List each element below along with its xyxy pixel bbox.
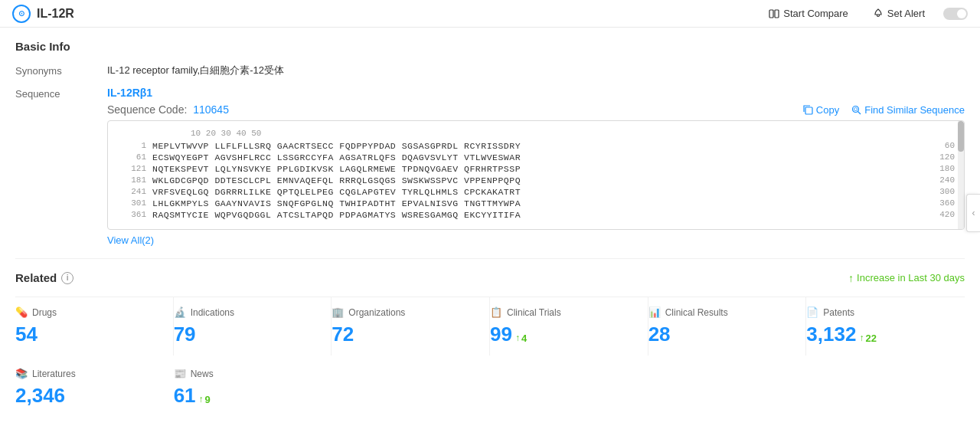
stat-item-2[interactable]: 📰 News 61 ↑ 9 — [174, 362, 332, 414]
stat-value: 99 ↑ 4 — [490, 323, 635, 346]
stat-label: 🏢 Organizations — [332, 306, 477, 318]
stat-value: 3,132 ↑ 22 — [806, 323, 952, 346]
sequence-code: Sequence Code: 110645 — [107, 103, 229, 116]
stat-item[interactable]: 📊 Clinical Results 28 — [648, 297, 807, 356]
app-header: ⊙ IL-12R Start Compare Set Alert — [0, 0, 980, 28]
svg-point-3 — [853, 106, 859, 112]
scrollbar[interactable] — [958, 121, 964, 229]
synonyms-value: IL-12 receptor family,白細胞介素-12受体 — [107, 64, 284, 77]
sequence-code-label: Sequence Code: — [107, 103, 187, 116]
scrollbar-thumb[interactable] — [958, 121, 964, 152]
stat-label: 🔬 Indications — [174, 306, 319, 318]
stat-icon: 🔬 — [174, 306, 186, 318]
find-similar-button[interactable]: Find Similar Sequence — [851, 104, 965, 116]
synonyms-row: Synonyms IL-12 receptor family,白細胞介素-12受… — [15, 64, 965, 77]
stat-icon: 📰 — [174, 368, 186, 379]
sequence-content: IL-12Rβ1 Sequence Code: 110645 Copy — [107, 87, 965, 246]
svg-point-4 — [854, 107, 858, 110]
related-title-text: Related — [15, 271, 57, 284]
stat-item[interactable]: 💊 Drugs 54 — [15, 297, 174, 356]
alert-icon — [873, 8, 884, 19]
set-alert-button[interactable]: Set Alert — [867, 5, 931, 22]
stat-label: 📚 Literatures — [15, 368, 162, 379]
stat-icon: 📚 — [15, 368, 28, 379]
sequence-name: IL-12Rβ1 — [107, 87, 965, 99]
stat-delta: ↑ 9 — [199, 394, 211, 405]
stat-icon: 📋 — [490, 306, 502, 318]
stat-label: 📊 Clinical Results — [648, 306, 794, 318]
header-actions: Start Compare Set Alert — [763, 5, 968, 22]
main-content: Basic Info Synonyms IL-12 receptor famil… — [0, 28, 980, 426]
view-all-link[interactable]: View All(2) — [107, 234, 154, 246]
sequence-data-row: 61ECSWQYEGPT AGVSHFLRCC LSSGRCCYFA AGSAT… — [117, 152, 955, 162]
copy-button[interactable]: Copy — [803, 104, 839, 116]
sequence-row: Sequence IL-12Rβ1 Sequence Code: 110645 … — [15, 87, 965, 246]
stat-item[interactable]: 📋 Clinical Trials 99 ↑ 4 — [490, 297, 648, 356]
basic-info-title: Basic Info — [15, 40, 965, 53]
stat-label: 📄 Patents — [806, 306, 952, 318]
stat-label: 💊 Drugs — [15, 306, 161, 318]
stats-grid-2: 📚 Literatures 2,346 📰 News 61 ↑ 9 — [15, 356, 965, 414]
stat-delta: ↑ 22 — [859, 333, 876, 344]
related-header: Related i ↑ Increase in Last 30 days — [15, 271, 965, 284]
sequence-data-row: 301LHLGKMPYLS GAAYNVAVIS SNQFGPGLNQ TWHI… — [117, 198, 955, 208]
stat-value: 79 — [174, 323, 319, 346]
sequence-data-row: 121NQTEKSPEVT LQLYNSVKYE PPLGDIKVSK LAGQ… — [117, 164, 955, 174]
sequence-box[interactable]: 10 20 30 40 50 1MEPLVTWVVP LLFLFLLSRQ GA… — [107, 120, 965, 230]
related-title: Related i — [15, 271, 74, 284]
set-alert-toggle[interactable] — [943, 8, 968, 20]
stat-value: 28 — [648, 323, 794, 346]
related-info-icon[interactable]: i — [61, 272, 74, 284]
stat-value: 2,346 — [15, 384, 162, 408]
stat-icon: 🏢 — [332, 306, 344, 318]
sequence-data-row: 181WKLGDCGPQD DDTESCLCPL EMNVAQEFQL RRRQ… — [117, 175, 955, 185]
stat-label: 📋 Clinical Trials — [490, 306, 635, 318]
svg-rect-2 — [805, 107, 812, 114]
start-compare-button[interactable]: Start Compare — [763, 5, 854, 22]
stat-icon: 💊 — [15, 306, 28, 318]
stat-delta: ↑ 4 — [515, 333, 527, 344]
right-panel-toggle[interactable]: ‹ — [966, 194, 980, 232]
section-divider — [15, 258, 965, 259]
sequence-label: Sequence — [15, 87, 107, 100]
stat-icon: 📊 — [648, 306, 661, 318]
app-logo: ⊙ IL-12R — [12, 5, 74, 23]
stats-grid: 💊 Drugs 54 🔬 Indications 79 🏢 Organizati… — [15, 297, 965, 356]
sequence-data-row: 241VRFSVEQLGQ DGRRRLILKE QPTQLELPEG CQGL… — [117, 187, 955, 197]
arrow-up-icon: ↑ — [848, 272, 854, 284]
sequence-data-row: 1MEPLVTWVVP LLFLFLLSRQ GAACRTSECC FQDPPY… — [117, 141, 955, 151]
stat-icon: 📄 — [806, 306, 818, 318]
sequence-code-value: 110645 — [193, 103, 229, 116]
stat-value: 54 — [15, 323, 161, 346]
stat-item[interactable]: 🔬 Indications 79 — [174, 297, 332, 356]
find-similar-icon — [851, 105, 861, 115]
svg-rect-0 — [769, 10, 773, 18]
increase-label: ↑ Increase in Last 30 days — [848, 272, 965, 284]
sequence-actions: Copy Find Similar Sequence — [803, 104, 965, 116]
stat-item[interactable]: 📄 Patents 3,132 ↑ 22 — [806, 297, 965, 356]
stat-value: 72 — [332, 323, 477, 346]
sequence-code-row: Sequence Code: 110645 Copy — [107, 103, 965, 116]
synonyms-label: Synonyms — [15, 64, 107, 77]
stat-label: 📰 News — [174, 368, 320, 379]
page-title: IL-12R — [37, 7, 74, 21]
logo-icon: ⊙ — [12, 5, 31, 23]
svg-rect-1 — [775, 10, 779, 18]
sequence-ruler: 10 20 30 40 50 — [117, 129, 955, 138]
compare-icon — [769, 8, 779, 19]
sequence-rows: 1MEPLVTWVVP LLFLFLLSRQ GAACRTSECC FQDPPY… — [117, 141, 955, 220]
copy-icon — [803, 105, 813, 115]
sequence-data-row: 361RAQSMTYCIE WQPVGQDGGL ATCSLTAPQD PDPA… — [117, 210, 955, 220]
stat-value: 61 ↑ 9 — [174, 384, 320, 408]
stat-item-2[interactable]: 📚 Literatures 2,346 — [15, 362, 174, 414]
stat-item[interactable]: 🏢 Organizations 72 — [332, 297, 490, 356]
